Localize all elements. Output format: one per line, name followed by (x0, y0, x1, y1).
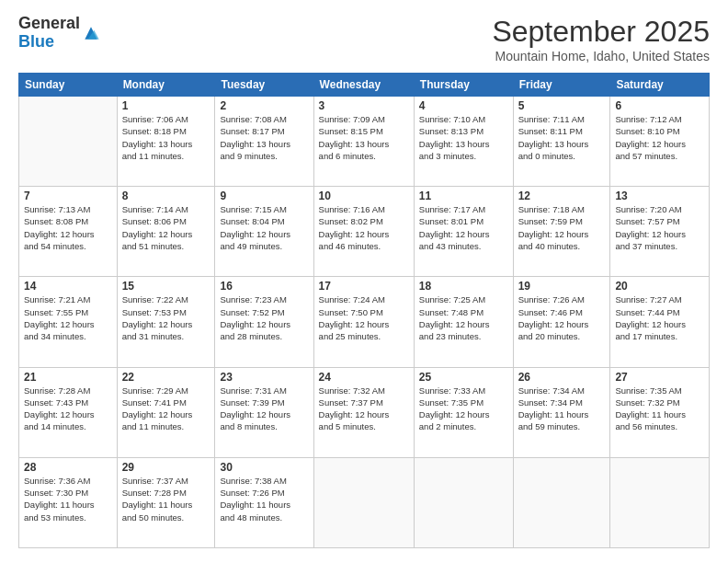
weekday-header: Friday (513, 74, 610, 97)
day-number: 8 (122, 190, 210, 202)
calendar-cell: 15Sunrise: 7:22 AMSunset: 7:53 PMDayligh… (117, 277, 215, 367)
calendar-cell: 28Sunrise: 7:36 AMSunset: 7:30 PMDayligh… (19, 457, 118, 547)
day-info: Sunrise: 7:16 AMSunset: 8:02 PMDaylight:… (319, 203, 409, 252)
calendar-cell: 22Sunrise: 7:29 AMSunset: 7:41 PMDayligh… (117, 367, 215, 457)
day-number: 22 (122, 371, 210, 384)
day-number: 16 (220, 280, 308, 293)
day-info: Sunrise: 7:12 AMSunset: 8:10 PMDaylight:… (615, 113, 704, 162)
logo-blue: Blue (18, 32, 54, 51)
calendar-row: 7Sunrise: 7:13 AMSunset: 8:08 PMDaylight… (19, 187, 710, 277)
day-info: Sunrise: 7:36 AMSunset: 7:30 PMDaylight:… (24, 475, 112, 523)
day-number: 4 (419, 99, 508, 112)
calendar-row: 14Sunrise: 7:21 AMSunset: 7:55 PMDayligh… (19, 277, 710, 367)
day-number: 21 (24, 371, 112, 384)
day-info: Sunrise: 7:22 AMSunset: 7:53 PMDaylight:… (122, 293, 210, 342)
day-number: 2 (220, 99, 308, 112)
day-info: Sunrise: 7:29 AMSunset: 7:41 PMDaylight:… (122, 385, 210, 433)
location: Mountain Home, Idaho, United States (492, 49, 710, 63)
day-number: 13 (615, 190, 704, 202)
day-info: Sunrise: 7:06 AMSunset: 8:18 PMDaylight:… (122, 113, 210, 162)
day-number: 11 (419, 190, 508, 202)
calendar-table: SundayMondayTuesdayWednesdayThursdayFrid… (18, 73, 710, 548)
calendar-cell: 10Sunrise: 7:16 AMSunset: 8:02 PMDayligh… (313, 187, 414, 277)
calendar-cell: 9Sunrise: 7:15 AMSunset: 8:04 PMDaylight… (215, 187, 313, 277)
day-number: 3 (319, 99, 409, 112)
calendar-row: 28Sunrise: 7:36 AMSunset: 7:30 PMDayligh… (19, 457, 710, 547)
calendar-cell: 5Sunrise: 7:11 AMSunset: 8:11 PMDaylight… (513, 97, 610, 187)
calendar-cell: 19Sunrise: 7:26 AMSunset: 7:46 PMDayligh… (513, 277, 610, 367)
day-info: Sunrise: 7:15 AMSunset: 8:04 PMDaylight:… (220, 203, 308, 252)
day-info: Sunrise: 7:11 AMSunset: 8:11 PMDaylight:… (518, 113, 606, 162)
day-number: 25 (419, 371, 508, 384)
day-info: Sunrise: 7:26 AMSunset: 7:46 PMDaylight:… (518, 293, 606, 342)
calendar-cell: 17Sunrise: 7:24 AMSunset: 7:50 PMDayligh… (313, 277, 414, 367)
calendar-cell: 26Sunrise: 7:34 AMSunset: 7:34 PMDayligh… (513, 367, 610, 457)
day-number: 28 (24, 461, 112, 474)
calendar-cell: 29Sunrise: 7:37 AMSunset: 7:28 PMDayligh… (117, 457, 215, 547)
day-number: 23 (220, 371, 308, 384)
day-info: Sunrise: 7:32 AMSunset: 7:37 PMDaylight:… (319, 385, 409, 433)
calendar-cell: 8Sunrise: 7:14 AMSunset: 8:06 PMDaylight… (117, 187, 215, 277)
day-info: Sunrise: 7:14 AMSunset: 8:06 PMDaylight:… (122, 203, 210, 252)
day-number: 29 (122, 461, 210, 474)
calendar-cell: 13Sunrise: 7:20 AMSunset: 7:57 PMDayligh… (610, 187, 710, 277)
day-number: 5 (518, 99, 606, 112)
day-info: Sunrise: 7:28 AMSunset: 7:43 PMDaylight:… (24, 385, 112, 433)
page: General Blue September 2025 Mountain Hom… (0, 0, 728, 563)
calendar-cell: 7Sunrise: 7:13 AMSunset: 8:08 PMDaylight… (19, 187, 118, 277)
day-info: Sunrise: 7:35 AMSunset: 7:32 PMDaylight:… (615, 385, 704, 433)
calendar-cell (513, 457, 610, 547)
calendar-cell (313, 457, 414, 547)
day-number: 6 (615, 99, 704, 112)
calendar-cell: 21Sunrise: 7:28 AMSunset: 7:43 PMDayligh… (19, 367, 118, 457)
day-info: Sunrise: 7:27 AMSunset: 7:44 PMDaylight:… (615, 293, 704, 342)
month-title: September 2025 (492, 15, 710, 49)
weekday-header: Thursday (414, 74, 513, 97)
day-number: 18 (419, 280, 508, 293)
day-number: 30 (220, 461, 308, 474)
day-info: Sunrise: 7:37 AMSunset: 7:28 PMDaylight:… (122, 475, 210, 523)
calendar-cell (19, 97, 118, 187)
day-info: Sunrise: 7:34 AMSunset: 7:34 PMDaylight:… (518, 385, 606, 433)
day-number: 20 (615, 280, 704, 293)
calendar-cell: 4Sunrise: 7:10 AMSunset: 8:13 PMDaylight… (414, 97, 513, 187)
day-info: Sunrise: 7:09 AMSunset: 8:15 PMDaylight:… (319, 113, 409, 162)
weekday-header: Sunday (19, 74, 118, 97)
day-number: 12 (518, 190, 606, 202)
calendar-cell: 2Sunrise: 7:08 AMSunset: 8:17 PMDaylight… (215, 97, 313, 187)
day-number: 26 (518, 371, 606, 384)
header: General Blue September 2025 Mountain Hom… (18, 15, 710, 63)
day-info: Sunrise: 7:24 AMSunset: 7:50 PMDaylight:… (319, 293, 409, 342)
weekday-header: Tuesday (215, 74, 313, 97)
calendar-cell: 30Sunrise: 7:38 AMSunset: 7:26 PMDayligh… (215, 457, 313, 547)
day-number: 9 (220, 190, 308, 202)
calendar-cell: 11Sunrise: 7:17 AMSunset: 8:01 PMDayligh… (414, 187, 513, 277)
calendar-cell: 18Sunrise: 7:25 AMSunset: 7:48 PMDayligh… (414, 277, 513, 367)
day-info: Sunrise: 7:25 AMSunset: 7:48 PMDaylight:… (419, 293, 508, 342)
day-number: 15 (122, 280, 210, 293)
day-info: Sunrise: 7:38 AMSunset: 7:26 PMDaylight:… (220, 475, 308, 523)
logo: General Blue (18, 15, 100, 52)
calendar-cell: 24Sunrise: 7:32 AMSunset: 7:37 PMDayligh… (313, 367, 414, 457)
day-info: Sunrise: 7:23 AMSunset: 7:52 PMDaylight:… (220, 293, 308, 342)
logo-general: General (18, 14, 80, 32)
calendar-cell: 20Sunrise: 7:27 AMSunset: 7:44 PMDayligh… (610, 277, 710, 367)
day-info: Sunrise: 7:10 AMSunset: 8:13 PMDaylight:… (419, 113, 508, 162)
calendar-cell: 1Sunrise: 7:06 AMSunset: 8:18 PMDaylight… (117, 97, 215, 187)
day-number: 24 (319, 371, 409, 384)
day-number: 1 (122, 99, 210, 112)
title-block: September 2025 Mountain Home, Idaho, Uni… (492, 15, 710, 63)
weekday-header: Saturday (610, 74, 710, 97)
calendar-cell (414, 457, 513, 547)
day-info: Sunrise: 7:20 AMSunset: 7:57 PMDaylight:… (615, 203, 704, 252)
calendar-row: 1Sunrise: 7:06 AMSunset: 8:18 PMDaylight… (19, 97, 710, 187)
calendar-cell: 6Sunrise: 7:12 AMSunset: 8:10 PMDaylight… (610, 97, 710, 187)
logo-icon (82, 24, 100, 42)
day-info: Sunrise: 7:13 AMSunset: 8:08 PMDaylight:… (24, 203, 112, 252)
day-info: Sunrise: 7:33 AMSunset: 7:35 PMDaylight:… (419, 385, 508, 433)
calendar-cell: 23Sunrise: 7:31 AMSunset: 7:39 PMDayligh… (215, 367, 313, 457)
day-info: Sunrise: 7:08 AMSunset: 8:17 PMDaylight:… (220, 113, 308, 162)
calendar-cell: 12Sunrise: 7:18 AMSunset: 7:59 PMDayligh… (513, 187, 610, 277)
calendar-cell (610, 457, 710, 547)
day-number: 17 (319, 280, 409, 293)
